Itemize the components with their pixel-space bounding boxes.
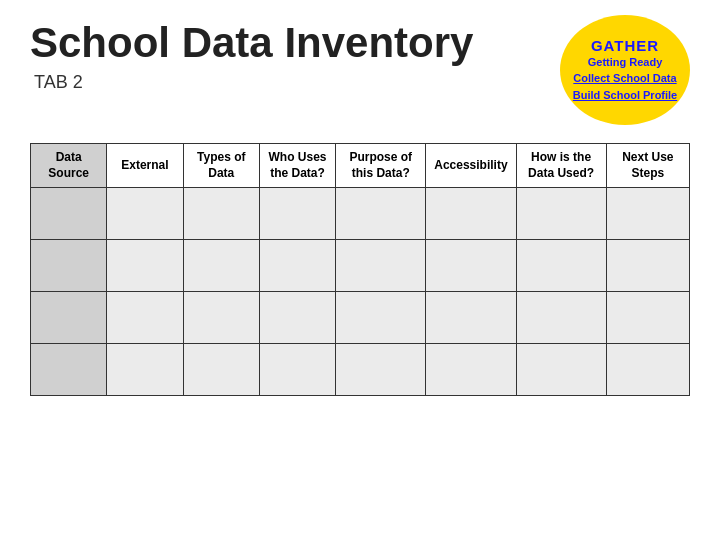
badge-line3: Build School Profile: [573, 87, 678, 104]
table-cell-3-2[interactable]: [183, 344, 259, 396]
table-cell-0-4[interactable]: [336, 188, 426, 240]
table-row[interactable]: [31, 240, 690, 292]
table-cell-3-7[interactable]: [606, 344, 689, 396]
table-cell-0-0[interactable]: [31, 188, 107, 240]
header-area: School Data Inventory TAB 2 GATHER Getti…: [30, 20, 690, 125]
table-cell-0-5[interactable]: [426, 188, 516, 240]
col-header-4: Purpose of this Data?: [336, 144, 426, 188]
table-cell-0-1[interactable]: [107, 188, 183, 240]
col-header-6: How is the Data Used?: [516, 144, 606, 188]
col-header-2: Types of Data: [183, 144, 259, 188]
table-cell-2-1[interactable]: [107, 292, 183, 344]
page-title: School Data Inventory: [30, 20, 540, 66]
col-header-1: External: [107, 144, 183, 188]
table-cell-3-3[interactable]: [259, 344, 335, 396]
badge-line1: Getting Ready: [588, 54, 663, 71]
table-cell-0-3[interactable]: [259, 188, 335, 240]
table-cell-1-3[interactable]: [259, 240, 335, 292]
table-cell-1-1[interactable]: [107, 240, 183, 292]
table-cell-1-2[interactable]: [183, 240, 259, 292]
table-cell-1-4[interactable]: [336, 240, 426, 292]
table-cell-3-5[interactable]: [426, 344, 516, 396]
badge-line2: Collect School Data: [573, 70, 676, 87]
title-area: School Data Inventory TAB 2: [30, 20, 540, 93]
table-wrapper: Data Source External Types of Data Who U…: [30, 143, 690, 396]
col-header-0: Data Source: [31, 144, 107, 188]
page-container: School Data Inventory TAB 2 GATHER Getti…: [0, 0, 720, 540]
table-cell-3-6[interactable]: [516, 344, 606, 396]
tab-subtitle: TAB 2: [34, 72, 540, 93]
table-row[interactable]: [31, 344, 690, 396]
table-row[interactable]: [31, 292, 690, 344]
table-cell-3-1[interactable]: [107, 344, 183, 396]
table-cell-1-5[interactable]: [426, 240, 516, 292]
table-cell-2-2[interactable]: [183, 292, 259, 344]
table-cell-0-7[interactable]: [606, 188, 689, 240]
col-header-3: Who Uses the Data?: [259, 144, 335, 188]
table-cell-1-0[interactable]: [31, 240, 107, 292]
table-cell-1-6[interactable]: [516, 240, 606, 292]
col-header-5: Accessibility: [426, 144, 516, 188]
table-cell-2-6[interactable]: [516, 292, 606, 344]
table-row[interactable]: [31, 188, 690, 240]
table-cell-1-7[interactable]: [606, 240, 689, 292]
table-cell-2-0[interactable]: [31, 292, 107, 344]
table-cell-2-3[interactable]: [259, 292, 335, 344]
table-cell-3-0[interactable]: [31, 344, 107, 396]
col-header-7: Next Use Steps: [606, 144, 689, 188]
table-cell-0-2[interactable]: [183, 188, 259, 240]
gather-badge: GATHER Getting Ready Collect School Data…: [560, 15, 690, 125]
table-cell-2-7[interactable]: [606, 292, 689, 344]
table-cell-2-5[interactable]: [426, 292, 516, 344]
table-header-row: Data Source External Types of Data Who U…: [31, 144, 690, 188]
table-cell-0-6[interactable]: [516, 188, 606, 240]
table-cell-3-4[interactable]: [336, 344, 426, 396]
table-cell-2-4[interactable]: [336, 292, 426, 344]
gather-label: GATHER: [591, 37, 659, 54]
data-table: Data Source External Types of Data Who U…: [30, 143, 690, 396]
